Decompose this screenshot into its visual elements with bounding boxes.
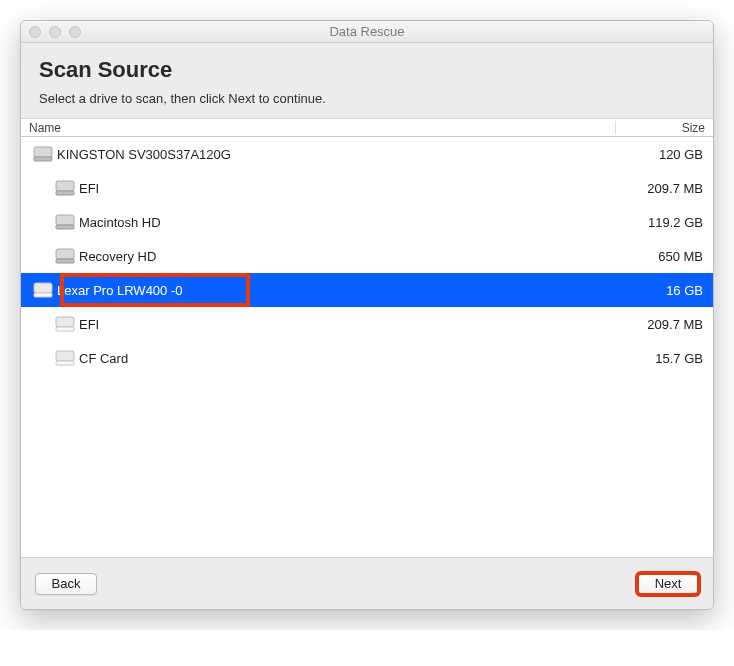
drive-size: 209.7 MB bbox=[603, 181, 703, 196]
svg-rect-7 bbox=[56, 259, 74, 263]
drive-icon bbox=[51, 313, 79, 335]
svg-rect-2 bbox=[56, 181, 74, 191]
drive-size: 119.2 GB bbox=[603, 215, 703, 230]
titlebar: Data Rescue bbox=[21, 21, 713, 43]
svg-rect-11 bbox=[56, 327, 74, 331]
drive-icon bbox=[29, 143, 57, 165]
column-name[interactable]: Name bbox=[29, 121, 615, 135]
drive-icon bbox=[51, 211, 79, 233]
drive-row[interactable]: KINGSTON SV300S37A120G120 GB bbox=[21, 137, 713, 171]
svg-rect-5 bbox=[56, 225, 74, 229]
svg-rect-13 bbox=[56, 361, 74, 365]
drive-icon bbox=[51, 245, 79, 267]
drive-label: Recovery HD bbox=[79, 249, 603, 264]
svg-rect-8 bbox=[34, 283, 52, 293]
page-subtitle: Select a drive to scan, then click Next … bbox=[39, 91, 695, 106]
drive-size: 120 GB bbox=[603, 147, 703, 162]
column-headers: Name Size bbox=[21, 119, 713, 137]
svg-rect-1 bbox=[34, 157, 52, 161]
drive-row[interactable]: CF Card15.7 GB bbox=[21, 341, 713, 375]
drive-label: CF Card bbox=[79, 351, 603, 366]
svg-rect-6 bbox=[56, 249, 74, 259]
drive-label: EFI bbox=[79, 181, 603, 196]
drive-label: Lexar Pro LRW400 -0 bbox=[57, 283, 603, 298]
drive-row[interactable]: EFI209.7 MB bbox=[21, 307, 713, 341]
back-button[interactable]: Back bbox=[35, 573, 97, 595]
drive-row[interactable]: Macintosh HD119.2 GB bbox=[21, 205, 713, 239]
svg-rect-12 bbox=[56, 351, 74, 361]
drive-label: Macintosh HD bbox=[79, 215, 603, 230]
svg-rect-10 bbox=[56, 317, 74, 327]
drive-row[interactable]: EFI209.7 MB bbox=[21, 171, 713, 205]
drive-list[interactable]: KINGSTON SV300S37A120G120 GBEFI209.7 MBM… bbox=[21, 137, 713, 557]
drive-icon bbox=[51, 347, 79, 369]
page-header: Scan Source Select a drive to scan, then… bbox=[21, 43, 713, 119]
drive-size: 15.7 GB bbox=[603, 351, 703, 366]
drive-label: EFI bbox=[79, 317, 603, 332]
main-window: Data Rescue Scan Source Select a drive t… bbox=[20, 20, 714, 610]
svg-rect-3 bbox=[56, 191, 74, 195]
column-size[interactable]: Size bbox=[615, 121, 705, 134]
next-button[interactable]: Next bbox=[637, 573, 699, 595]
drive-icon bbox=[51, 177, 79, 199]
svg-rect-9 bbox=[34, 293, 52, 297]
window-title: Data Rescue bbox=[21, 24, 713, 39]
page-title: Scan Source bbox=[39, 57, 695, 83]
drive-label: KINGSTON SV300S37A120G bbox=[57, 147, 603, 162]
drive-row-selected[interactable]: Lexar Pro LRW400 -016 GB bbox=[21, 273, 713, 307]
drive-icon bbox=[29, 279, 57, 301]
footer: Back Next bbox=[21, 557, 713, 609]
svg-rect-0 bbox=[34, 147, 52, 157]
svg-rect-4 bbox=[56, 215, 74, 225]
drive-size: 650 MB bbox=[603, 249, 703, 264]
drive-size: 16 GB bbox=[603, 283, 703, 298]
drive-size: 209.7 MB bbox=[603, 317, 703, 332]
drive-row[interactable]: Recovery HD650 MB bbox=[21, 239, 713, 273]
